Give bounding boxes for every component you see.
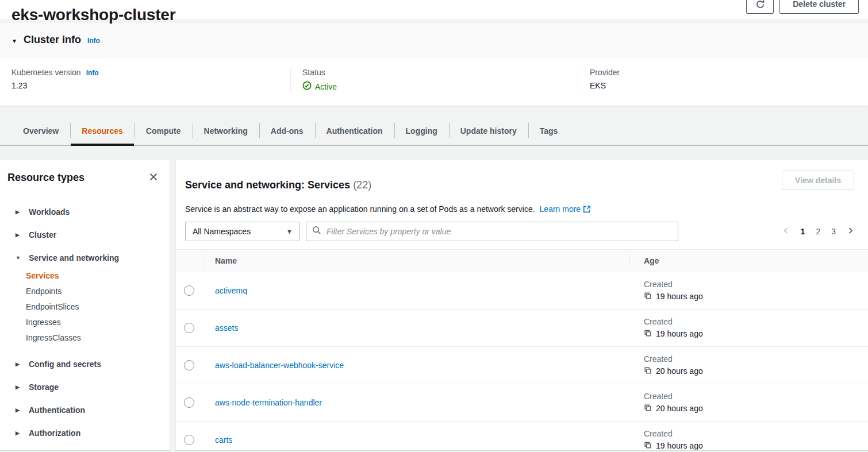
content-area: Resource types ▶ Workloads ▶ Cluster ▼ S… [0, 159, 868, 450]
services-title-text: Service and networking: Services [185, 179, 350, 191]
service-link[interactable]: carts [215, 435, 232, 445]
namespace-select[interactable]: All Namespaces ▼ [185, 222, 300, 241]
refresh-icon [755, 0, 765, 9]
view-details-button[interactable]: View details [782, 171, 854, 190]
tree-item-service-and-networking[interactable]: ▼ Service and networking [0, 246, 170, 269]
cluster-info-panel: ▼ Cluster info Info Kubernetes version I… [0, 23, 868, 106]
tree-subitem-services[interactable]: Services [26, 268, 170, 284]
created-label: Created [644, 354, 868, 364]
tree-item-label: Authorization [29, 428, 80, 438]
dropdown-arrow-icon: ▼ [286, 228, 293, 235]
delete-cluster-button[interactable]: Delete cluster [779, 0, 859, 14]
tree-item-workloads[interactable]: ▶ Workloads [0, 200, 170, 223]
kubernetes-version-value: 1.23 [11, 81, 279, 90]
tree-item-config-and-secrets[interactable]: ▶ Config and secrets [0, 353, 170, 376]
tree-item-label: Workloads [29, 207, 70, 217]
learn-more-link[interactable]: Learn more [540, 204, 592, 214]
cluster-info-info-link[interactable]: Info [87, 37, 100, 45]
tree-subitem-endpoints[interactable]: Endpoints [26, 284, 170, 299]
status-label: Status [302, 68, 325, 77]
tab-authentication[interactable]: Authentication [315, 115, 394, 145]
copy-icon [644, 366, 652, 376]
service-link[interactable]: activemq [215, 286, 247, 295]
tree-subitem-ingressclasses[interactable]: IngressClasses [26, 330, 170, 346]
row-radio-button[interactable] [184, 285, 194, 296]
section-expand-caret-icon[interactable]: ▼ [11, 38, 17, 44]
search-input[interactable] [325, 226, 672, 237]
filter-row: All Namespaces ▼ 1 2 3 [176, 222, 868, 241]
tab-tags[interactable]: Tags [528, 115, 570, 145]
page-1-button[interactable]: 1 [801, 227, 805, 236]
table-header-row: Name Age [176, 249, 868, 272]
copy-icon [644, 329, 652, 339]
services-panel: Service and networking: Services(22) Vie… [175, 159, 868, 450]
services-title: Service and networking: Services(22) [185, 179, 371, 191]
tree-item-authentication[interactable]: ▶ Authentication [0, 399, 170, 422]
resource-types-panel: Resource types ▶ Workloads ▶ Cluster ▼ S… [0, 159, 170, 450]
created-label: Created [644, 392, 868, 401]
created-label: Created [644, 429, 868, 438]
age-value: 20 hours ago [656, 366, 703, 376]
tab-networking[interactable]: Networking [193, 115, 259, 145]
page-title: eks-workshop-cluster [11, 6, 175, 24]
page-2-button[interactable]: 2 [816, 227, 820, 236]
tab-overview[interactable]: Overview [11, 115, 70, 145]
tab-add-ons[interactable]: Add-ons [259, 115, 315, 145]
external-link-icon [581, 204, 591, 214]
tree-subitem-ingresses[interactable]: Ingresses [26, 315, 170, 330]
tab-compute[interactable]: Compute [135, 115, 193, 145]
cluster-info-body: Kubernetes version Info 1.23 Status Acti… [0, 57, 868, 106]
row-radio-button[interactable] [184, 397, 194, 408]
age-value: 19 hours ago [656, 441, 703, 450]
previous-page-button[interactable] [782, 227, 790, 236]
learn-more-label: Learn more [540, 204, 581, 214]
service-link[interactable]: assets [215, 323, 238, 333]
caret-down-icon: ▼ [16, 255, 21, 261]
row-radio-button[interactable] [184, 323, 194, 333]
table-row: aws-load-balancer-webhook-service Create… [176, 347, 868, 384]
column-header-age: Age [629, 256, 868, 265]
resource-types-title: Resource types [7, 172, 85, 184]
table-row: carts Created 19 hours ago [176, 422, 868, 450]
cluster-info-header[interactable]: ▼ Cluster info Info [0, 23, 868, 57]
created-label: Created [644, 280, 868, 289]
copy-icon [644, 404, 652, 414]
next-page-button[interactable] [847, 227, 854, 236]
close-panel-button[interactable] [148, 171, 159, 184]
row-radio-button[interactable] [184, 435, 194, 445]
refresh-button[interactable] [746, 0, 774, 14]
age-value: 19 hours ago [656, 329, 703, 338]
tree-item-authorization[interactable]: ▶ Authorization [0, 422, 170, 445]
column-header-name: Name [203, 256, 629, 265]
row-radio-button[interactable] [184, 360, 194, 370]
tab-resources[interactable]: Resources [70, 115, 135, 145]
services-count: (22) [353, 179, 371, 191]
services-description-text: Service is an abstract way to expose an … [185, 204, 535, 214]
age-value: 20 hours ago [656, 404, 703, 413]
tab-logging[interactable]: Logging [394, 115, 449, 145]
header-actions: Delete cluster [746, 0, 859, 14]
tree-item-label: Authentication [29, 405, 85, 415]
service-link[interactable]: aws-load-balancer-webhook-service [215, 361, 344, 370]
provider-value: EKS [590, 81, 857, 90]
tree-item-cluster[interactable]: ▶ Cluster [0, 223, 170, 246]
namespace-select-value: All Namespaces [193, 227, 251, 236]
tab-bar: Overview Resources Compute Networking Ad… [0, 115, 868, 146]
service-and-networking-children: Services Endpoints EndpointSlices Ingres… [0, 268, 170, 346]
table-row: activemq Created 19 hours ago [176, 272, 868, 310]
copy-icon [644, 292, 652, 302]
age-value: 19 hours ago [656, 292, 703, 301]
tree-item-label: Service and networking [29, 253, 119, 262]
page-header: eks-workshop-cluster Delete cluster [0, 0, 868, 19]
caret-right-icon: ▶ [16, 407, 21, 413]
page-3-button[interactable]: 3 [831, 227, 836, 236]
table-row: assets Created 19 hours ago [176, 310, 868, 347]
tab-update-history[interactable]: Update history [449, 115, 528, 145]
tree-item-storage[interactable]: ▶ Storage [0, 376, 170, 399]
kubernetes-version-info-link[interactable]: Info [86, 69, 99, 77]
service-link[interactable]: aws-node-termination-handler [215, 398, 322, 407]
tree-subitem-endpointslices[interactable]: EndpointSlices [26, 299, 170, 315]
caret-right-icon: ▶ [16, 361, 21, 367]
provider-label: Provider [590, 68, 620, 77]
tree-item-label: Cluster [29, 230, 56, 239]
